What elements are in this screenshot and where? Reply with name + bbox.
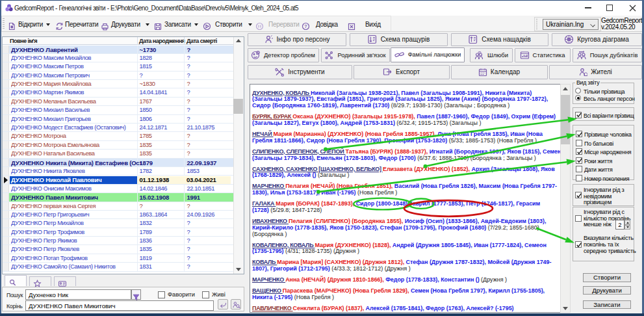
svg-text:?: ? (304, 24, 307, 29)
